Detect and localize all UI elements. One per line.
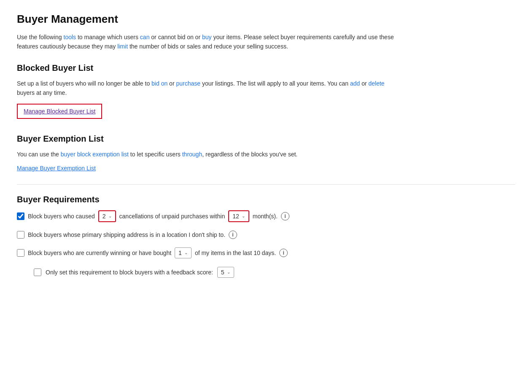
section-divider bbox=[17, 184, 515, 185]
manage-blocked-buyer-link-box: Manage Blocked Buyer List bbox=[17, 104, 102, 119]
buyer-requirements-heading: Buyer Requirements bbox=[17, 195, 515, 204]
requirement-1-text-after: month(s). bbox=[253, 213, 278, 220]
page-title: Buyer Management bbox=[17, 13, 515, 26]
requirement-1-dropdown1[interactable]: 2 ⌄ bbox=[98, 210, 116, 222]
blocked-buyer-list-section: Blocked Buyer List Set up a list of buye… bbox=[17, 63, 515, 121]
blocked-buyer-list-heading: Blocked Buyer List bbox=[17, 63, 515, 73]
requirement-1-checkbox[interactable] bbox=[17, 212, 24, 220]
requirement-row-1: Block buyers who caused 2 ⌄ cancellation… bbox=[17, 210, 515, 222]
requirement-1-text-middle: cancellations of unpaid purchases within bbox=[119, 213, 225, 220]
chevron-down-icon: ⌄ bbox=[108, 214, 112, 218]
chevron-down-icon-2: ⌄ bbox=[242, 214, 245, 218]
requirement-3-text-before: Block buyers who are currently winning o… bbox=[28, 250, 171, 256]
requirement-3-checkbox[interactable] bbox=[17, 249, 24, 257]
buyer-requirements-section: Buyer Requirements Block buyers who caus… bbox=[17, 195, 515, 278]
requirement-4-dropdown[interactable]: 5 ⌄ bbox=[217, 267, 234, 278]
buyer-exemption-list-desc: You can use the buyer block exemption li… bbox=[17, 150, 397, 159]
requirement-2-checkbox[interactable] bbox=[17, 231, 24, 239]
requirement-3-text-after: of my items in the last 10 days. bbox=[195, 250, 276, 256]
manage-blocked-buyer-link[interactable]: Manage Blocked Buyer List bbox=[24, 108, 95, 115]
chevron-down-icon-4: ⌄ bbox=[227, 270, 230, 274]
buyer-exemption-list-section: Buyer Exemption List You can use the buy… bbox=[17, 134, 515, 172]
requirement-3-dropdown-value: 1 bbox=[178, 250, 182, 256]
intro-text: Use the following tools to manage which … bbox=[17, 32, 397, 51]
requirement-1-dropdown2[interactable]: 12 ⌄ bbox=[228, 210, 249, 222]
buyer-exemption-list-heading: Buyer Exemption List bbox=[17, 134, 515, 144]
requirement-4-text-before: Only set this requirement to block buyer… bbox=[46, 269, 213, 276]
chevron-down-icon-3: ⌄ bbox=[184, 250, 188, 255]
requirement-2-info-icon[interactable]: i bbox=[229, 231, 237, 239]
requirement-1-text-before: Block buyers who caused bbox=[28, 213, 95, 220]
requirement-3-dropdown[interactable]: 1 ⌄ bbox=[175, 247, 192, 258]
requirement-3-info-icon[interactable]: i bbox=[279, 249, 288, 257]
requirement-row-2: Block buyers whose primary shipping addr… bbox=[17, 231, 515, 239]
requirement-row-4: Only set this requirement to block buyer… bbox=[34, 267, 515, 278]
requirement-1-info-icon[interactable]: i bbox=[281, 212, 289, 220]
blocked-buyer-list-desc: Set up a list of buyers who will no long… bbox=[17, 79, 397, 98]
requirement-row-3: Block buyers who are currently winning o… bbox=[17, 247, 515, 258]
requirement-4-dropdown-value: 5 bbox=[221, 269, 224, 276]
requirement-1-dropdown2-value: 12 bbox=[232, 213, 239, 220]
requirement-2-text: Block buyers whose primary shipping addr… bbox=[28, 231, 225, 238]
requirement-1-dropdown1-value: 2 bbox=[103, 213, 106, 220]
requirement-4-checkbox[interactable] bbox=[34, 268, 41, 276]
manage-buyer-exemption-link[interactable]: Manage Buyer Exemption List bbox=[17, 165, 96, 172]
